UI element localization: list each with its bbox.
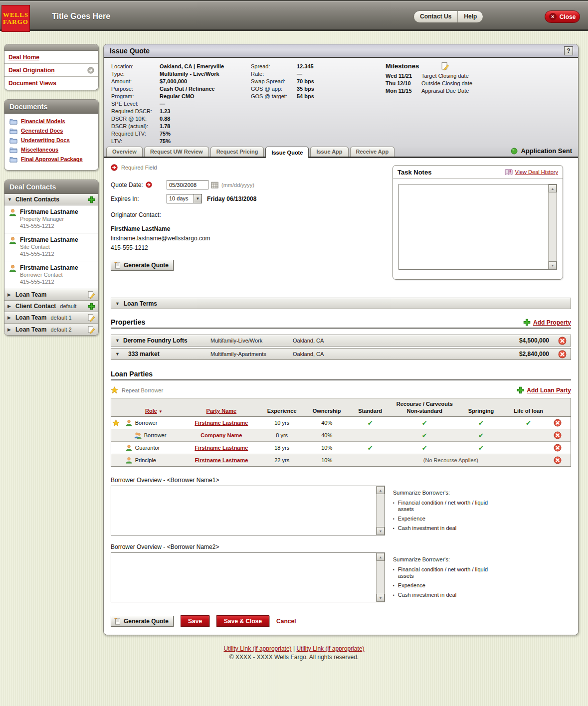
collapse-icon[interactable]: ▼ bbox=[115, 352, 123, 356]
scroll-down-button[interactable]: ▼ bbox=[377, 594, 385, 602]
cancel-link[interactable]: Cancel bbox=[276, 618, 296, 625]
help-button[interactable]: Help bbox=[457, 11, 483, 22]
required-icon bbox=[111, 164, 118, 171]
document-link-label[interactable]: Underwriting Docs bbox=[21, 137, 70, 143]
document-link-label[interactable]: Financial Models bbox=[21, 118, 65, 124]
contact-group-loan-team[interactable]: ▶ Loan Team bbox=[4, 289, 98, 301]
scrollbar[interactable]: ▲ ▼ bbox=[376, 553, 385, 602]
sidebar-item-deal-origination[interactable]: Deal Origination bbox=[4, 64, 98, 77]
borrower-overview-2-textarea[interactable] bbox=[111, 553, 376, 602]
edit-loan-team-button[interactable] bbox=[87, 291, 95, 299]
document-link-label[interactable]: Generated Docs bbox=[21, 128, 63, 134]
column-ownership: Ownership bbox=[305, 407, 349, 417]
column-standard: Standard bbox=[349, 407, 392, 417]
expand-icon: ▶ bbox=[7, 304, 12, 309]
group-suffix: default bbox=[60, 303, 76, 309]
edit-loan-team-default-1-button[interactable] bbox=[87, 314, 95, 322]
edit-icon bbox=[87, 326, 95, 334]
utility-link-2[interactable]: Utility Link (if appropriate) bbox=[296, 645, 364, 652]
sidebar-item-deal-home[interactable]: Deal Home bbox=[4, 51, 98, 64]
loan-party-row: Borrower Firstname Lastname 10 yrs 40% ✔… bbox=[111, 417, 571, 429]
scroll-up-button[interactable]: ▲ bbox=[549, 184, 557, 192]
tab-issue-app[interactable]: Issue App bbox=[310, 147, 348, 157]
check-icon: ✔ bbox=[368, 444, 373, 452]
contact-role: Site Contact bbox=[20, 243, 78, 250]
generate-quote-button[interactable]: Generate Quote bbox=[111, 260, 174, 271]
summary-field: DSCR @ 10K:0.88 bbox=[111, 115, 224, 122]
document-link-generated-docs[interactable]: Generated Docs bbox=[9, 127, 95, 134]
scrollbar[interactable]: ▲ ▼ bbox=[548, 184, 557, 269]
quote-date-label: Quote Date: bbox=[111, 181, 167, 188]
document-views-link[interactable]: Document Views bbox=[8, 80, 56, 87]
document-link-label[interactable]: Miscellaneous bbox=[21, 147, 58, 153]
contact-us-button[interactable]: Contact Us bbox=[414, 11, 457, 22]
quote-date-input[interactable] bbox=[167, 180, 208, 189]
summarize-notes: Summarize Borrower's: ▪Financial conditi… bbox=[393, 486, 558, 535]
expires-in-select[interactable]: 10 days ▼ bbox=[167, 194, 202, 203]
scroll-up-button[interactable]: ▲ bbox=[377, 486, 385, 494]
deal-summary: Location:Oakland, CA | Emeryville Type:M… bbox=[104, 58, 578, 146]
party-name-link[interactable]: Company Name bbox=[200, 432, 242, 438]
add-client-contact-default-button[interactable] bbox=[88, 303, 95, 310]
party-name-link[interactable]: Firstname Lastname bbox=[195, 445, 248, 451]
delete-loan-party-button[interactable] bbox=[554, 444, 562, 452]
scroll-down-button[interactable]: ▼ bbox=[377, 527, 385, 535]
tab-issue-quote[interactable]: Issue Quote bbox=[265, 147, 309, 158]
sidebar-item-document-views[interactable]: Document Views bbox=[4, 77, 98, 90]
scroll-up-button[interactable]: ▲ bbox=[377, 553, 385, 561]
scrollbar[interactable]: ▲ ▼ bbox=[376, 486, 385, 535]
party-name-link[interactable]: Firstname Lastname bbox=[195, 420, 248, 426]
action-bar: Generate Quote Save Save & Close Cancel bbox=[111, 615, 571, 627]
summarize-bullet: ▪Cash investment in deal bbox=[393, 592, 498, 598]
group-suffix: default 2 bbox=[50, 327, 71, 333]
calendar-icon[interactable] bbox=[211, 181, 218, 188]
document-link-miscellaneous[interactable]: Miscellaneous bbox=[9, 146, 95, 153]
summarize-bullet: ▪Cash investment in deal bbox=[393, 525, 498, 531]
add-client-contact-button[interactable] bbox=[88, 196, 95, 203]
deal-home-link[interactable]: Deal Home bbox=[8, 54, 39, 61]
borrower-overview-1-textarea[interactable] bbox=[111, 486, 376, 535]
task-notes-textarea[interactable] bbox=[399, 184, 548, 269]
person-icon bbox=[125, 444, 133, 452]
view-deal-history-link[interactable]: View Deal History bbox=[505, 169, 558, 176]
loan-terms-bar[interactable]: ▼ Loan Terms bbox=[111, 298, 571, 309]
scroll-down-button[interactable]: ▼ bbox=[549, 261, 557, 269]
contact-card: Firstname Lastname Property Manager 415-… bbox=[4, 205, 98, 233]
deal-origination-link[interactable]: Deal Origination bbox=[8, 67, 55, 74]
contact-group-loan-team-default-1[interactable]: ▶ Loan Team default 1 bbox=[4, 312, 98, 324]
delete-loan-party-button[interactable] bbox=[554, 419, 562, 427]
property-location: Oakland, CA bbox=[293, 338, 507, 344]
save-and-close-button[interactable]: Save & Close bbox=[216, 615, 269, 627]
delete-property-button[interactable] bbox=[558, 350, 567, 358]
edit-milestones-button[interactable] bbox=[441, 62, 449, 70]
delete-loan-party-button[interactable] bbox=[554, 456, 562, 464]
bullet-icon: ▪ bbox=[393, 525, 394, 531]
check-icon: ✔ bbox=[478, 419, 484, 427]
tab-request-pricing[interactable]: Request Pricing bbox=[210, 147, 264, 157]
add-loan-party-link[interactable]: Add Loan Party bbox=[517, 386, 571, 394]
utility-link-1[interactable]: Utility Link (if appropriate) bbox=[224, 645, 292, 652]
tab-receive-app[interactable]: Receive App bbox=[350, 147, 395, 157]
close-button[interactable]: × Close bbox=[545, 10, 580, 23]
document-link-financial-models[interactable]: Financial Models bbox=[9, 118, 95, 125]
generate-quote-button-bottom[interactable]: Generate Quote bbox=[111, 616, 174, 627]
save-button[interactable]: Save bbox=[181, 615, 209, 627]
client-contacts-section-bar[interactable]: ▼ Client Contacts bbox=[4, 194, 98, 205]
tab-request-uw-review[interactable]: Request UW Review bbox=[144, 147, 209, 157]
edit-loan-team-default-2-button[interactable] bbox=[87, 326, 95, 334]
document-link-final-approval-package[interactable]: Final Approval Package bbox=[9, 156, 95, 163]
collapse-icon[interactable]: ▼ bbox=[115, 338, 123, 343]
tab-overview[interactable]: Overview bbox=[106, 147, 143, 157]
delete-property-button[interactable] bbox=[558, 337, 567, 345]
contact-group-client-contact-default[interactable]: ▶ Client Contact default bbox=[4, 301, 98, 312]
page-help-button[interactable]: ? bbox=[564, 46, 573, 55]
delete-loan-party-button[interactable] bbox=[554, 431, 562, 439]
document-link-label[interactable]: Final Approval Package bbox=[21, 156, 83, 162]
contact-group-loan-team-default-2[interactable]: ▶ Loan Team default 2 bbox=[4, 324, 98, 335]
contact-name: Firstname Lastname bbox=[20, 264, 78, 271]
document-link-underwriting-docs[interactable]: Underwriting Docs bbox=[9, 137, 95, 144]
folder-icon bbox=[9, 156, 17, 163]
add-property-link[interactable]: Add Property bbox=[523, 319, 571, 326]
check-icon: ✔ bbox=[478, 444, 484, 452]
party-name-link[interactable]: Firstname Lastname bbox=[195, 457, 248, 463]
